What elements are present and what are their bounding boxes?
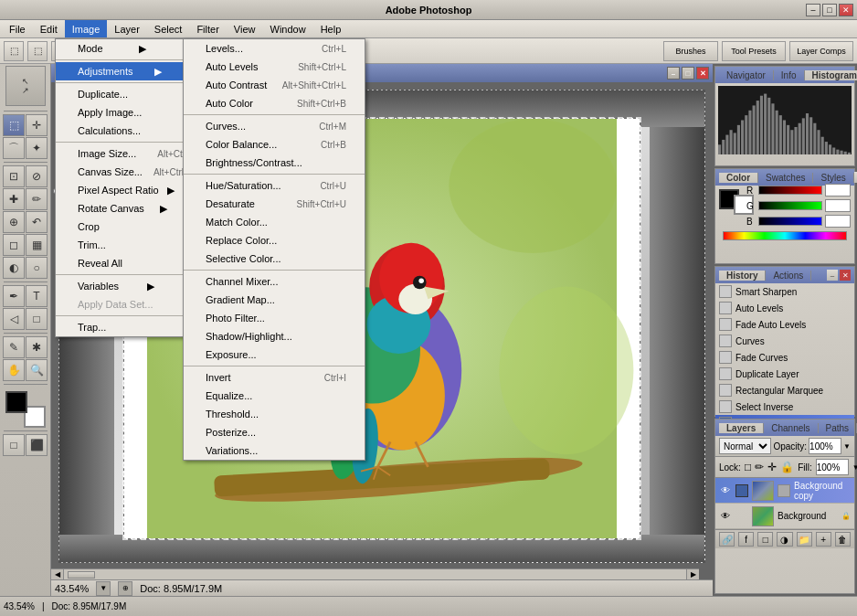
menu-file[interactable]: File [2, 20, 33, 37]
history-minimize-btn[interactable]: – [827, 270, 838, 281]
tab-styles[interactable]: Styles [813, 173, 853, 183]
path-tool[interactable]: ◁ [3, 308, 25, 330]
layers-effects-btn[interactable]: f [738, 532, 754, 547]
lock-all-btn[interactable]: 🔒 [780, 461, 794, 473]
history-item-6[interactable]: Rectangular Marquee [715, 382, 854, 398]
menu-filter[interactable]: Filter [189, 20, 226, 37]
menu-image[interactable]: Image [65, 20, 108, 37]
history-item-4[interactable]: Fade Curves [715, 349, 854, 366]
adj-selective-color[interactable]: Selective Color... [184, 250, 365, 268]
adj-brightness[interactable]: Brightness/Contrast... [184, 154, 365, 172]
layers-mask-btn[interactable]: □ [757, 532, 773, 547]
lock-image-btn[interactable]: ✏ [755, 461, 764, 473]
b-value[interactable]: 0 [825, 215, 851, 228]
menu-window[interactable]: Window [263, 20, 313, 37]
adj-equalize[interactable]: Equalize... [184, 387, 365, 405]
adj-auto-levels[interactable]: Auto LevelsShift+Ctrl+L [184, 58, 365, 76]
adj-desaturate[interactable]: DesaturateShift+Ctrl+U [184, 195, 365, 213]
menu-layer[interactable]: Layer [107, 20, 147, 37]
marquee-type-icon[interactable]: ⬚ [27, 41, 48, 61]
b-slider[interactable] [758, 217, 822, 226]
standard-mode[interactable]: □ [3, 434, 25, 456]
history-item-7[interactable]: Select Inverse [715, 398, 854, 415]
tool-presets-panel[interactable]: ↖↗ [5, 66, 46, 106]
layers-link-btn[interactable]: 🔗 [719, 532, 735, 547]
doc-minimize-btn[interactable]: – [667, 67, 680, 80]
menu-view[interactable]: View [227, 20, 263, 37]
tab-histogram[interactable]: Histogram [805, 70, 858, 80]
g-slider[interactable] [758, 201, 822, 210]
lock-position-btn[interactable]: ✛ [767, 461, 777, 473]
adj-color-balance[interactable]: Color Balance...Ctrl+B [184, 135, 365, 154]
adj-threshold[interactable]: Threshold... [184, 405, 365, 423]
adj-invert[interactable]: InvertCtrl+I [184, 368, 365, 387]
blend-mode-select[interactable]: Normal [719, 438, 771, 454]
foreground-color[interactable] [5, 391, 27, 413]
full-screen-mode[interactable]: ⬛ [26, 434, 48, 456]
maximize-button[interactable]: □ [822, 4, 837, 16]
magic-wand-tool[interactable]: ✦ [26, 137, 48, 159]
zoom-menu-btn[interactable]: ▼ [96, 581, 111, 596]
tab-history[interactable]: History [719, 271, 766, 281]
move-tool[interactable]: ✛ [26, 114, 48, 136]
adj-auto-contrast[interactable]: Auto ContrastAlt+Shift+Ctrl+L [184, 76, 365, 94]
tab-layers[interactable]: Layers [719, 423, 764, 433]
fill-input[interactable] [816, 459, 849, 475]
pen-tool[interactable]: ✒ [3, 285, 25, 307]
adj-curves[interactable]: Curves...Ctrl+M [184, 117, 365, 135]
gradient-tool[interactable]: ▦ [26, 234, 48, 256]
lock-transparent-btn[interactable]: □ [745, 461, 751, 473]
adj-match-color[interactable]: Match Color... [184, 213, 365, 231]
tab-color[interactable]: Color [719, 173, 758, 183]
tab-channels[interactable]: Channels [764, 423, 818, 433]
brush-tool[interactable]: ✏ [26, 188, 48, 210]
marquee-options-icon[interactable]: ⬚ [4, 41, 24, 61]
adj-gradient-map[interactable]: Gradient Map... [184, 291, 365, 309]
r-slider[interactable] [758, 186, 822, 195]
doc-close-btn[interactable]: ✕ [696, 67, 709, 80]
adj-shadow-highlight[interactable]: Shadow/Highlight... [184, 327, 365, 345]
history-item-0[interactable]: Smart Sharpen [715, 283, 854, 300]
fg-bg-color-selector[interactable] [5, 391, 46, 428]
layer-row-background-copy[interactable]: 👁 Background copy [715, 478, 854, 504]
adj-exposure[interactable]: Exposure... [184, 345, 365, 364]
adj-variations[interactable]: Variations... [184, 441, 365, 460]
history-item-2[interactable]: Fade Auto Levels [715, 316, 854, 333]
layers-folder-btn[interactable]: 📁 [797, 532, 812, 547]
layer-eye-1[interactable]: 👁 [719, 510, 732, 523]
history-brush-tool[interactable]: ↶ [26, 211, 48, 233]
menu-select[interactable]: Select [147, 20, 190, 37]
history-item-5[interactable]: Duplicate Layer [715, 366, 854, 382]
eyedropper-tool[interactable]: ✱ [26, 336, 48, 358]
text-tool[interactable]: T [26, 285, 48, 307]
opacity-input[interactable] [809, 438, 841, 454]
layers-delete-btn[interactable]: 🗑 [835, 532, 851, 547]
adj-hue-sat[interactable]: Hue/Saturation...Ctrl+U [184, 176, 365, 195]
adj-levels[interactable]: Levels...Ctrl+L [184, 39, 365, 58]
tab-paths[interactable]: Paths [819, 423, 857, 433]
history-close-btn[interactable]: ✕ [840, 270, 851, 281]
marquee-tool[interactable]: ⬚ [3, 114, 25, 136]
color-spectrum-bar[interactable] [723, 231, 847, 240]
menu-edit[interactable]: Edit [33, 20, 65, 37]
crop-tool[interactable]: ⊡ [3, 165, 25, 187]
adj-channel-mixer[interactable]: Channel Mixer... [184, 272, 365, 291]
hand-tool[interactable]: ✋ [3, 359, 25, 381]
shape-tool[interactable]: □ [26, 308, 48, 330]
tab-navigator[interactable]: Navigator [719, 70, 774, 80]
close-button[interactable]: ✕ [839, 4, 853, 16]
tab-actions[interactable]: Actions [766, 271, 811, 281]
healing-tool[interactable]: ✚ [3, 188, 25, 210]
notes-tool[interactable]: ✎ [3, 336, 25, 358]
adj-replace-color[interactable]: Replace Color... [184, 231, 365, 250]
blur-tool[interactable]: ◐ [3, 257, 25, 279]
eraser-tool[interactable]: ◻ [3, 234, 25, 256]
lasso-tool[interactable]: ⌒ [3, 137, 25, 159]
tab-swatches[interactable]: Swatches [758, 173, 813, 183]
layer-comps-icon[interactable]: Layer Comps [789, 41, 853, 61]
minimize-button[interactable]: – [806, 4, 820, 16]
adj-posterize[interactable]: Posterize... [184, 423, 365, 441]
history-item-3[interactable]: Curves [715, 333, 854, 349]
scroll-thumb-h[interactable] [68, 571, 95, 579]
adj-photo-filter[interactable]: Photo Filter... [184, 309, 365, 327]
